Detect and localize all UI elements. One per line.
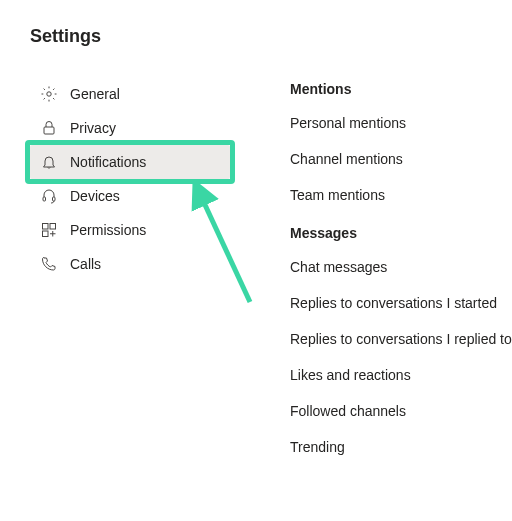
sidebar-item-general[interactable]: General	[30, 77, 230, 111]
option-team-mentions[interactable]: Team mentions	[290, 187, 512, 203]
gear-icon	[40, 85, 58, 103]
page-title: Settings	[30, 26, 512, 47]
option-chat-messages[interactable]: Chat messages	[290, 259, 512, 275]
phone-icon	[40, 255, 58, 273]
settings-sidebar: General Privacy Notifications Devices	[30, 77, 230, 475]
option-personal-mentions[interactable]: Personal mentions	[290, 115, 512, 131]
sidebar-item-label: Privacy	[70, 120, 116, 136]
lock-icon	[40, 119, 58, 137]
option-likes-reactions[interactable]: Likes and reactions	[290, 367, 512, 383]
sidebar-item-calls[interactable]: Calls	[30, 247, 230, 281]
section-header-mentions: Mentions	[290, 81, 512, 97]
svg-point-0	[47, 92, 51, 96]
sidebar-item-label: Notifications	[70, 154, 146, 170]
sidebar-item-label: Calls	[70, 256, 101, 272]
svg-rect-1	[44, 127, 54, 134]
svg-rect-6	[43, 231, 49, 237]
settings-content: Mentions Personal mentions Channel menti…	[290, 77, 512, 475]
section-header-messages: Messages	[290, 225, 512, 241]
option-replies-started[interactable]: Replies to conversations I started	[290, 295, 512, 311]
sidebar-item-label: Devices	[70, 188, 120, 204]
bell-icon	[40, 153, 58, 171]
sidebar-item-notifications[interactable]: Notifications	[30, 145, 230, 179]
sidebar-item-permissions[interactable]: Permissions	[30, 213, 230, 247]
svg-rect-5	[50, 224, 56, 230]
option-channel-mentions[interactable]: Channel mentions	[290, 151, 512, 167]
svg-rect-2	[43, 197, 46, 201]
svg-rect-3	[53, 197, 56, 201]
sidebar-item-label: Permissions	[70, 222, 146, 238]
option-replies-replied[interactable]: Replies to conversations I replied to	[290, 331, 512, 347]
headset-icon	[40, 187, 58, 205]
option-followed-channels[interactable]: Followed channels	[290, 403, 512, 419]
sidebar-item-label: General	[70, 86, 120, 102]
option-trending[interactable]: Trending	[290, 439, 512, 455]
sidebar-item-privacy[interactable]: Privacy	[30, 111, 230, 145]
apps-icon	[40, 221, 58, 239]
svg-rect-4	[43, 224, 49, 230]
sidebar-item-devices[interactable]: Devices	[30, 179, 230, 213]
